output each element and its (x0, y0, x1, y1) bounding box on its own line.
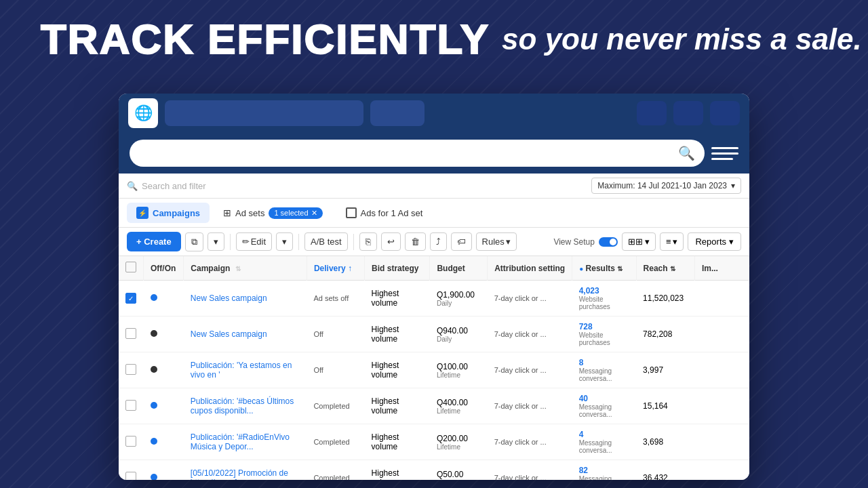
budget-value: Q100.00Lifetime (437, 362, 481, 379)
tag-button[interactable]: 🏷 (451, 232, 472, 251)
share-button[interactable]: ⤴ (430, 232, 447, 251)
status-dot[interactable] (151, 330, 157, 337)
copy-button[interactable]: ⎘ (359, 232, 377, 251)
row-checkbox[interactable]: ✓ (125, 293, 136, 304)
row-attribution: 7-day click or ... (488, 352, 572, 388)
row-checkbox[interactable] (125, 400, 136, 411)
status-dot[interactable] (151, 366, 157, 373)
budget-period: Lifetime (437, 371, 481, 379)
browser-tab[interactable] (370, 100, 425, 126)
results-type: Messaging conversa... (579, 367, 629, 382)
row-checkbox[interactable] (125, 436, 136, 447)
reports-button[interactable]: Reports ▾ (688, 232, 741, 251)
row-attribution: 7-day click or ... (488, 424, 572, 460)
campaign-link[interactable]: Publicación: '#becas Últimos cupos dispo… (191, 396, 294, 415)
duplicate-dropdown[interactable]: ▾ (208, 232, 224, 251)
row-checkbox[interactable] (125, 364, 136, 375)
ab-test-label: A/B test (311, 237, 342, 247)
table-row: New Sales campaign Off Highest volume Q9… (119, 317, 749, 352)
copy-icon: ⎘ (366, 237, 371, 247)
address-bar[interactable] (165, 100, 363, 126)
undo-button[interactable]: ↩ (381, 232, 401, 251)
ab-test-button[interactable]: A/B test (304, 232, 348, 251)
campaign-link[interactable]: New Sales campaign (191, 293, 267, 303)
create-button[interactable]: + Create (127, 232, 181, 251)
col-header-attribution: Attribution setting (488, 256, 572, 281)
duplicate-button[interactable]: ⧉ (185, 232, 203, 251)
date-range-picker[interactable]: Maximum: 14 Jul 2021-10 Jan 2023 ▾ (591, 178, 741, 194)
tab-row: ⚡ Campaigns ⊞ Ad sets 1 selected ✕ Ads f… (119, 199, 749, 228)
row-campaign: New Sales campaign (184, 281, 307, 317)
main-search-wrapper[interactable]: 🔍 (130, 140, 705, 167)
row-impressions (694, 317, 749, 352)
status-dot[interactable] (151, 438, 157, 445)
breakdown-button[interactable]: ≡ ▾ (660, 232, 684, 251)
hamburger-line-1 (711, 147, 738, 149)
edit-label: Edit (251, 237, 266, 247)
row-campaign: New Sales campaign (184, 317, 307, 352)
selected-close-icon[interactable]: ✕ (311, 209, 317, 218)
status-dot[interactable] (151, 474, 157, 480)
row-status (144, 460, 184, 481)
row-reach: 36,432 (636, 460, 694, 481)
row-impressions (694, 281, 749, 317)
row-status (144, 281, 184, 317)
row-results: 8 Messaging conversa... (572, 352, 636, 388)
globe-icon: 🌐 (128, 98, 158, 128)
columns-button[interactable]: ⊞⊞ ▾ (622, 232, 656, 251)
row-checkbox[interactable] (125, 328, 136, 339)
row-results: 40 Messaging conversa... (572, 388, 636, 424)
attribution-value: 7-day click or ... (494, 294, 547, 302)
status-dot[interactable] (151, 402, 157, 409)
status-dot[interactable] (151, 294, 157, 301)
ads-for-adset[interactable]: Ads for 1 Ad set (336, 203, 433, 222)
bid-value: Highest volume (372, 396, 399, 415)
browser-action-btn-2[interactable] (673, 101, 703, 125)
campaign-link[interactable]: New Sales campaign (191, 329, 267, 339)
row-results: 4 Messaging conversa... (572, 424, 636, 460)
tab-adsets[interactable]: ⊞ Ad sets 1 selected ✕ (214, 203, 332, 223)
row-reach: 3,997 (636, 352, 694, 388)
edit-button[interactable]: ✏ Edit (236, 232, 272, 251)
row-status (144, 317, 184, 352)
results-number: 40 (579, 394, 588, 403)
view-setup-label: View Setup (553, 237, 595, 247)
tab-campaigns[interactable]: ⚡ Campaigns (127, 203, 210, 223)
campaign-link[interactable]: Publicación: '#RadioEnVivo Música y Depo… (191, 432, 290, 451)
sort-icon[interactable]: ⇅ (235, 265, 241, 272)
browser-action-btn-3[interactable] (710, 101, 740, 125)
view-setup: View Setup (553, 237, 618, 247)
campaign-link[interactable]: [05/10/2022] Promoción de https://www.fa… (191, 468, 288, 480)
row-checkbox[interactable] (125, 472, 136, 481)
delete-button[interactable]: 🗑 (405, 232, 426, 251)
table-row: Publicación: '#becas Últimos cupos dispo… (119, 388, 749, 424)
tag-icon: 🏷 (457, 237, 466, 247)
search-filter[interactable]: 🔍 Search and filter (127, 181, 586, 191)
attribution-value: 7-day click or ... (494, 366, 547, 374)
browser-action-btn-1[interactable] (637, 101, 667, 125)
campaign-link[interactable]: Publicación: 'Ya estamos en vivo en ' (191, 361, 292, 380)
row-status (144, 424, 184, 460)
table-row: Publicación: 'Ya estamos en vivo en ' Of… (119, 352, 749, 388)
results-type: Messaging conversa... (579, 403, 629, 418)
budget-period: Lifetime (437, 443, 481, 451)
rules-button[interactable]: Rules ▾ (476, 232, 517, 251)
row-bid: Highest volume (365, 317, 430, 352)
hamburger-menu[interactable] (711, 140, 738, 167)
row-impressions (694, 424, 749, 460)
row-results: 4,023 Website purchases (572, 281, 636, 317)
row-checkbox-cell (119, 388, 144, 424)
edit-dropdown[interactable]: ▾ (276, 232, 293, 251)
attribution-value: 7-day click or ... (494, 402, 547, 410)
view-setup-toggle[interactable] (599, 237, 618, 247)
budget-period: Lifetime (437, 407, 481, 415)
attribution-value: 7-day click or ... (494, 330, 547, 338)
bid-value: Highest volume (372, 325, 399, 344)
row-reach: 782,208 (636, 317, 694, 352)
select-all-checkbox[interactable] (125, 262, 136, 272)
row-bid: Highest volume (365, 352, 430, 388)
row-delivery: Completed (307, 388, 364, 424)
browser-window: 🌐 🔍 🔍 Search and filter Maximum: 14 Jul (119, 94, 749, 480)
row-reach: 11,520,023 (636, 281, 694, 317)
separator-1 (230, 234, 231, 250)
